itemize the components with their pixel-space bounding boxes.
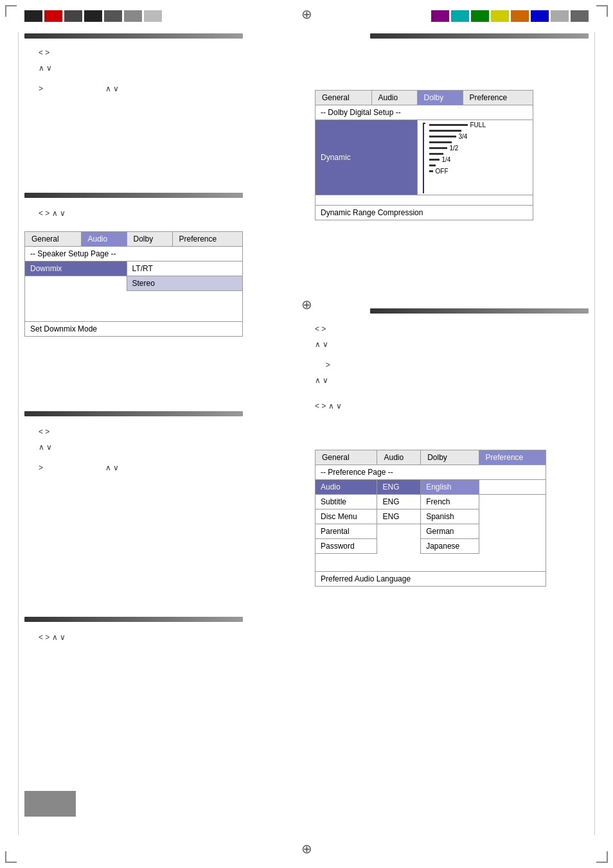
audio-footer-label: Set Downmix Mode xyxy=(25,322,243,337)
section-bar-left-mid2 xyxy=(24,411,243,416)
pref-header-label: -- Preference Page -- xyxy=(315,465,546,480)
nav-diagram-5: < > ∧ ∨ > ∧ ∨ xyxy=(39,424,119,475)
crosshair-bottom: ⊕ xyxy=(301,841,312,856)
audio-ltrt-option[interactable]: LT/RT xyxy=(127,261,242,276)
dolby-footer-row: Dynamic Range Compression xyxy=(315,206,533,220)
dolby-tab-row: General Audio Dolby Preference xyxy=(315,91,533,105)
tab-preference-1[interactable]: Preference xyxy=(463,91,533,105)
dolby-header-row: -- Dolby Digital Setup -- xyxy=(315,105,533,120)
audio-footer-row: Set Downmix Mode xyxy=(25,322,243,337)
audio-menu-table: General Audio Dolby Preference -- Speake… xyxy=(24,231,243,337)
nav-arrows-full-2: < > ∧ ∨ xyxy=(315,398,342,414)
dolby-dynamic-row[interactable]: Dynamic FULL 3/4 1/2 1/4 OFF xyxy=(315,120,533,195)
nav-arrow-r-1: > ∧ ∨ xyxy=(39,81,119,96)
section-bar-mid-left xyxy=(24,193,243,198)
nav-arrows-full-3: < > ∧ ∨ xyxy=(39,630,66,645)
pref-footer-label: Preferred Audio Language xyxy=(315,572,546,587)
pref-parental-code xyxy=(377,524,421,539)
pref-french-lang[interactable]: French xyxy=(421,495,479,509)
audio-tab-preference[interactable]: Preference xyxy=(172,232,243,247)
dolby-dynamic-label: Dynamic xyxy=(315,120,418,195)
pref-tab-audio[interactable]: Audio xyxy=(377,450,421,465)
nav-diagram-2: < > ∧ ∨ xyxy=(39,206,66,221)
pref-password-label: Password xyxy=(315,539,377,554)
corner-tl xyxy=(5,5,17,17)
pref-password-code xyxy=(377,539,421,554)
nav-arrows-ud-4: ∧ ∨ xyxy=(39,439,119,455)
pref-footer-row: Preferred Audio Language xyxy=(315,572,546,587)
pref-tab-general[interactable]: General xyxy=(315,450,377,465)
corner-bl xyxy=(5,851,17,863)
left-edge-line xyxy=(18,32,19,835)
pref-header-row: -- Preference Page -- xyxy=(315,465,546,480)
pref-parental-label: Parental xyxy=(315,524,377,539)
dolby-menu-table: General Audio Dolby Preference -- Dolby … xyxy=(315,90,533,220)
dolby-chart-cell: FULL 3/4 1/2 1/4 OFF xyxy=(417,120,533,195)
pref-audio-code: ENG xyxy=(377,480,421,495)
pref-japanese-lang[interactable]: Japanese xyxy=(421,539,479,554)
pref-password-row[interactable]: Password Japanese xyxy=(315,539,546,554)
dolby-header-label: -- Dolby Digital Setup -- xyxy=(315,105,533,120)
section-bar-right-top xyxy=(370,33,589,39)
pref-german-lang[interactable]: German xyxy=(421,524,479,539)
pref-discmenu-row[interactable]: Disc Menu ENG Spanish xyxy=(315,509,546,524)
top-color-bars-right xyxy=(431,10,589,22)
pref-discmenu-code: ENG xyxy=(377,509,421,524)
pref-spanish-lang[interactable]: Spanish xyxy=(421,509,479,524)
tab-dolby[interactable]: Dolby xyxy=(417,91,463,105)
audio-empty-1 xyxy=(25,291,243,301)
top-color-bars-left xyxy=(24,10,162,22)
tab-general[interactable]: General xyxy=(315,91,372,105)
nav-arrows-full-1: < > ∧ ∨ xyxy=(39,206,66,221)
audio-tab-general[interactable]: General xyxy=(25,232,82,247)
audio-stereo-row[interactable]: Stereo xyxy=(25,276,243,291)
nav-arrow-r-3: > ∧ ∨ xyxy=(39,460,119,475)
bottom-gray-block xyxy=(24,791,76,817)
nav-arrows-lr-1: < > xyxy=(39,45,119,60)
pref-empty-1 xyxy=(315,554,546,563)
audio-tab-row: General Audio Dolby Preference xyxy=(25,232,243,247)
corner-tr xyxy=(596,5,608,17)
audio-stereo-option[interactable]: Stereo xyxy=(127,276,242,291)
nav-arrows-ud-2: ∧ ∨ xyxy=(315,337,330,352)
pref-subtitle-row[interactable]: Subtitle ENG French xyxy=(315,495,546,509)
pref-empty-2 xyxy=(315,563,546,572)
crosshair-top: ⊕ xyxy=(301,6,312,22)
audio-empty-3 xyxy=(25,312,243,322)
right-edge-line xyxy=(594,32,595,835)
audio-tab-dolby[interactable]: Dolby xyxy=(127,232,172,247)
audio-downmix-row[interactable]: Downmix LT/RT xyxy=(25,261,243,276)
audio-header-label: -- Speaker Setup Page -- xyxy=(25,247,243,261)
pref-subtitle-label: Subtitle xyxy=(315,495,377,509)
nav-arrows-lr-3: < > xyxy=(39,424,119,439)
audio-header-row: -- Speaker Setup Page -- xyxy=(25,247,243,261)
preference-menu-table: General Audio Dolby Preference -- Prefer… xyxy=(315,450,546,587)
pref-tab-preference[interactable]: Preference xyxy=(479,450,546,465)
nav-diagram-3: < > ∧ ∨ > ∧ ∨ xyxy=(315,321,330,388)
audio-tab-audio[interactable]: Audio xyxy=(81,232,127,247)
crosshair-mid1: ⊕ xyxy=(301,297,312,312)
pref-tab-row: General Audio Dolby Preference xyxy=(315,450,546,465)
nav-arrows-lr-2: < > xyxy=(315,321,330,337)
dolby-footer-label: Dynamic Range Compression xyxy=(315,206,533,220)
nav-diagram-1: < > ∧ ∨ > ∧ ∨ xyxy=(39,45,119,96)
audio-downmix-label: Downmix xyxy=(25,261,127,276)
nav-arrows-ud-1: ∧ ∨ xyxy=(39,60,119,76)
pref-tab-dolby[interactable]: Dolby xyxy=(421,450,479,465)
section-bar-top xyxy=(24,33,243,39)
audio-empty-2 xyxy=(25,301,243,312)
pref-english-lang[interactable]: English xyxy=(421,480,479,495)
section-bar-mid-right xyxy=(370,308,589,314)
pref-audio-label: Audio xyxy=(315,480,377,495)
nav-arrow-r-2: > xyxy=(315,357,330,373)
pref-parental-row[interactable]: Parental German xyxy=(315,524,546,539)
tab-audio[interactable]: Audio xyxy=(371,91,417,105)
section-bar-bottom-left xyxy=(24,617,243,622)
corner-br xyxy=(596,851,608,863)
pref-audio-extra xyxy=(479,480,546,495)
pref-discmenu-label: Disc Menu xyxy=(315,509,377,524)
nav-diagram-4: < > ∧ ∨ xyxy=(315,398,342,414)
pref-audio-row[interactable]: Audio ENG English xyxy=(315,480,546,495)
pref-subtitle-code: ENG xyxy=(377,495,421,509)
nav-arrows-ud-3: ∧ ∨ xyxy=(315,373,330,388)
